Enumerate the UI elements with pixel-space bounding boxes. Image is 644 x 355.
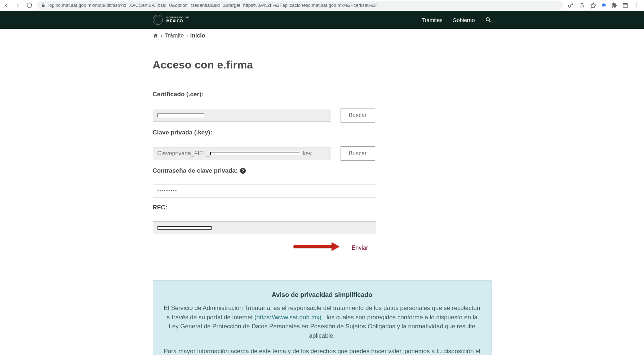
help-icon[interactable]: ? (240, 168, 246, 174)
brand-bottom: MÉXICO (166, 19, 189, 23)
home-icon[interactable] (153, 33, 159, 39)
forward-icon[interactable] (14, 2, 21, 9)
breadcrumb-sep: › (161, 32, 163, 39)
menu-dots-icon[interactable] (633, 3, 639, 8)
svg-point-3 (636, 5, 637, 6)
notice-link-sat[interactable]: (https://www.sat.gob.mx) (254, 314, 321, 321)
svg-point-4 (636, 6, 637, 8)
browser-chrome: loginc.mat.sat.gob.mx/nidp/idff/sso?id=X… (0, 0, 644, 11)
lock-icon (41, 3, 45, 8)
redacted-value (157, 226, 212, 230)
arrow-annotation (293, 245, 333, 248)
url-bar[interactable]: loginc.mat.sat.gob.mx/nidp/idff/sso?id=X… (37, 1, 563, 10)
password-label: Contraseña de clave privada: ? (153, 167, 492, 174)
share-icon[interactable] (579, 2, 585, 8)
notice-text: Para mayor información acerca de este te… (164, 348, 480, 355)
url-text: loginc.mat.sat.gob.mx/nidp/idff/sso?id=X… (48, 3, 378, 8)
rfc-input[interactable] (153, 221, 376, 234)
key-prefix: Claveprivada_FIEL_ (157, 150, 210, 157)
cert-label: Certificado (.cer): (153, 91, 492, 98)
nav-gobierno[interactable]: Gobierno (453, 17, 475, 23)
extension-blue-icon[interactable]: ✱ (601, 2, 606, 9)
breadcrumb: › Trámite › Inicio (153, 32, 492, 39)
window-icon[interactable] (622, 3, 628, 8)
breadcrumb-inicio: Inicio (190, 32, 205, 39)
key-input[interactable]: Claveprivada_FIEL_ .key (153, 147, 331, 160)
svg-point-5 (486, 18, 489, 21)
reload-icon[interactable] (26, 2, 32, 9)
svg-rect-1 (623, 3, 627, 7)
cert-input[interactable] (153, 109, 331, 122)
privacy-notice: Aviso de privacidad simplificado El Serv… (153, 280, 492, 355)
redacted-value (157, 114, 204, 117)
star-icon[interactable] (590, 2, 596, 9)
breadcrumb-sep: › (186, 32, 188, 39)
seal-icon (153, 15, 163, 25)
extensions-icon[interactable] (611, 2, 617, 8)
search-icon[interactable] (485, 17, 492, 23)
rfc-label: RFC: (153, 204, 492, 211)
page-title: Acceso con e.firma (153, 59, 492, 71)
key-icon[interactable] (567, 2, 574, 9)
submit-button[interactable]: Enviar (344, 241, 376, 255)
cert-browse-button[interactable]: Buscar (341, 108, 375, 123)
nav-tramites[interactable]: Trámites (422, 17, 443, 23)
svg-point-2 (636, 3, 637, 4)
password-input[interactable]: ••••••••• (153, 185, 376, 198)
key-suffix: .key (301, 150, 311, 157)
site-header: GOBIERNO DE MÉXICO Trámites Gobierno (0, 11, 644, 29)
key-label: Clave privada (.key): (153, 129, 492, 136)
redacted-value (210, 152, 300, 155)
key-browse-button[interactable]: Buscar (341, 146, 375, 161)
notice-title: Aviso de privacidad simplificado (163, 290, 481, 300)
breadcrumb-tramite[interactable]: Trámite (165, 32, 184, 39)
back-icon[interactable] (3, 2, 9, 9)
brand[interactable]: GOBIERNO DE MÉXICO (153, 15, 189, 25)
